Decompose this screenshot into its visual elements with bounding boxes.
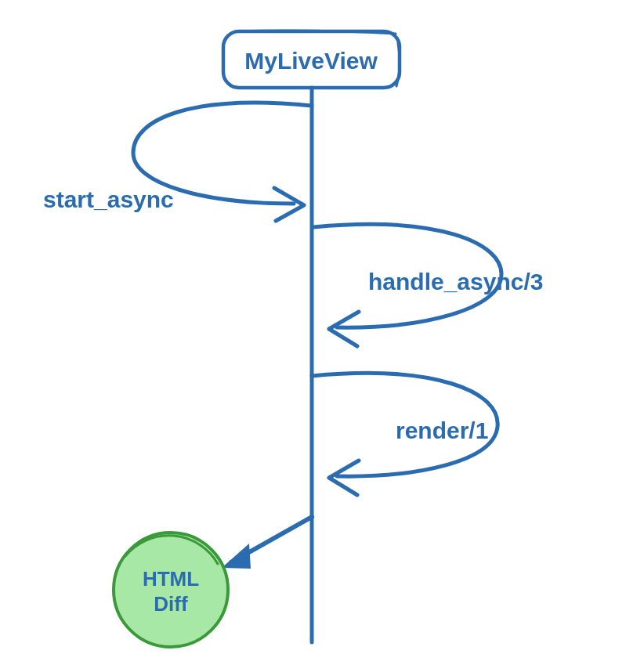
handle-async-loop: handle_async/3 bbox=[313, 224, 543, 346]
svg-marker-2 bbox=[222, 544, 251, 569]
diagram-canvas: MyLiveView start_async handle_async/3 re… bbox=[0, 0, 644, 672]
html-diff-line1: HTML bbox=[143, 567, 199, 591]
handle-async-label: handle_async/3 bbox=[368, 269, 543, 294]
start-async-label: start_async bbox=[43, 186, 174, 212]
render-label: render/1 bbox=[396, 417, 488, 443]
myliveview-title: MyLiveView bbox=[244, 48, 378, 74]
output-arrow bbox=[222, 517, 312, 569]
html-diff-line2: Diff bbox=[154, 592, 188, 616]
html-diff-node: HTML Diff bbox=[114, 533, 228, 647]
start-async-loop: start_async bbox=[43, 103, 312, 221]
render-loop: render/1 bbox=[312, 373, 497, 495]
myliveview-box: MyLiveView bbox=[223, 31, 400, 88]
